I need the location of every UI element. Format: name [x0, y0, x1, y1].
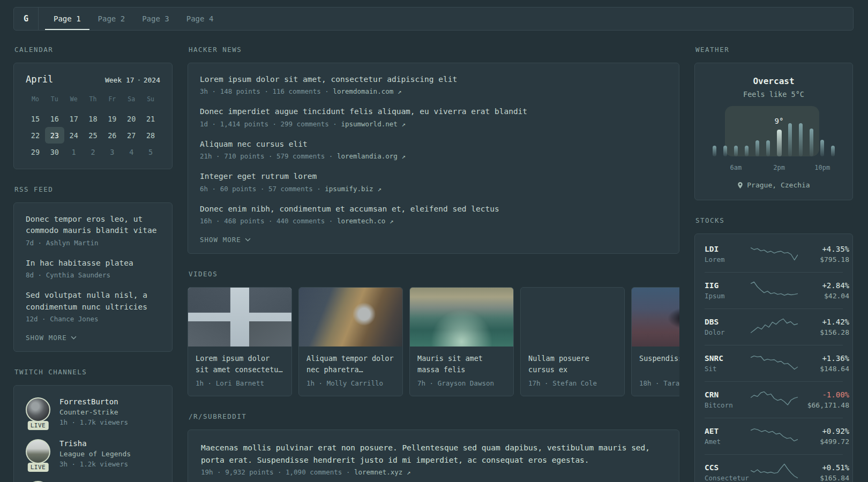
video-card[interactable]: Mauris sit amet massa felis 7h · Grayson… — [409, 287, 514, 396]
subreddit-post-list: Maecenas mollis pulvinar erat non posuer… — [201, 442, 666, 476]
reddit-post-meta: 19h · 9,932 points · 1,090 comments · lo… — [201, 468, 666, 476]
stock-name: Dolor — [705, 328, 751, 336]
video-thumbnail[interactable] — [410, 288, 513, 347]
temp-bar-slot: 9° — [774, 106, 784, 156]
stock-sparkline — [751, 462, 798, 482]
twitch-channel-row[interactable]: LIVE Trisha League of Legends 3h · 1.2k … — [26, 439, 160, 468]
temp-bar-slot — [763, 106, 774, 156]
videos-section: VIDEOS Lorem ipsum dolor sit amet consec… — [188, 270, 679, 396]
external-link-icon: ↗ — [390, 217, 394, 225]
stock-row[interactable]: SNRC Sit +1.36% $148.64 — [705, 345, 843, 381]
page-tab[interactable]: Page 4 — [178, 7, 222, 30]
hn-item-stats: 6h · 60 points · 57 comments · — [200, 185, 321, 193]
temp-bar — [745, 146, 749, 156]
hacker-news-widget: Lorem ipsum dolor sit amet, consectetur … — [188, 63, 679, 254]
hn-item-domain[interactable]: ipsumworld.net — [341, 120, 397, 128]
video-card-body: Lorem ipsum dolor sit amet consectetu… 1… — [188, 347, 291, 396]
video-thumbnail[interactable] — [521, 288, 624, 347]
temp-bar-slot — [817, 106, 828, 156]
channel-info: Trisha League of Legends 3h · 1.2k viewe… — [59, 439, 131, 468]
stock-id: LDI Lorem — [705, 245, 751, 263]
stock-price: $156.28 — [798, 328, 849, 336]
video-card[interactable]: Lorem ipsum dolor sit amet consectetu… 1… — [188, 287, 292, 396]
weather-condition: Overcast — [708, 76, 840, 86]
hn-item-title[interactable]: Donec enim nibh, condimentum et accumsan… — [200, 204, 667, 215]
avatar-wrap: LIVE — [26, 397, 50, 426]
stock-name: Consectetur — [705, 474, 751, 482]
reddit-post-stats: 19h · 9,932 points · 1,090 comments · — [201, 468, 350, 476]
subreddit-section: /R/SUBREDDIT Maecenas mollis pulvinar er… — [188, 412, 679, 482]
hn-item-title[interactable]: Lorem ipsum dolor sit amet, consectetur … — [200, 74, 667, 85]
video-title[interactable]: Suspendisse diam — [639, 353, 679, 375]
video-card[interactable]: Aliquam tempor dolor nec pharetra… 1h · … — [298, 287, 403, 396]
stock-row[interactable]: CRN Bitcorn -1.00% $66,171.48 — [705, 381, 843, 418]
twitch-channel-row[interactable]: LIVE ForrestBurton Counter-Strike 1h · 1… — [26, 397, 160, 426]
page-tab[interactable]: Page 3 — [133, 7, 178, 30]
weather-location-row[interactable]: Prague, Czechia — [708, 181, 840, 189]
stock-row[interactable]: CCS Consectetur +0.51% $165.84 — [705, 454, 843, 482]
video-title[interactable]: Mauris sit amet massa felis — [417, 353, 506, 375]
channel-name: Trisha — [59, 439, 131, 448]
stock-row[interactable]: DBS Dolor +1.42% $156.28 — [705, 308, 843, 345]
logo[interactable]: G — [14, 7, 39, 30]
twitch-section: TWITCH CHANNELS LIVE ForrestBurton — [13, 368, 173, 482]
rss-item-meta: 12d · Chance Jones — [26, 315, 160, 323]
stock-row[interactable]: AET Amet +0.92% $499.72 — [705, 418, 843, 454]
reddit-post-domain[interactable]: loremnet.xyz — [354, 468, 402, 476]
video-card-body: Suspendisse diam 18h · Tara — [632, 347, 679, 396]
hn-item-title[interactable]: Donec imperdiet augue tincidunt felis al… — [200, 106, 667, 117]
rss-item-meta: 7d · Ashlyn Martin — [26, 239, 160, 247]
hn-item: Integer eget rutrum lorem 6h · 60 points… — [200, 171, 667, 192]
hn-item-domain[interactable]: ipsumify.biz — [325, 185, 373, 193]
time-tick: 2pm — [773, 164, 785, 171]
weekday-label: Su — [141, 95, 160, 110]
weekday-label: Mo — [26, 95, 45, 110]
weekday-label: Tu — [45, 95, 64, 110]
video-card[interactable]: Suspendisse diam 18h · Tara — [631, 287, 679, 396]
video-title[interactable]: Nullam posuere cursus ex — [528, 353, 617, 375]
temp-bar — [734, 146, 738, 156]
stock-symbol: AET — [705, 427, 751, 435]
videos-section-title: VIDEOS — [189, 270, 679, 278]
temp-bar — [799, 123, 803, 156]
stock-id: AET Amet — [705, 427, 751, 446]
calendar-widget: April Week 17 2024 MoTuWeThFrSaSu 151617… — [13, 63, 173, 169]
stock-change: +0.92% — [798, 427, 849, 435]
stock-name: Ipsum — [705, 292, 751, 300]
video-carousel: Lorem ipsum dolor sit amet consectetu… 1… — [188, 287, 679, 396]
video-title[interactable]: Lorem ipsum dolor sit amet consectetu… — [196, 353, 284, 375]
stock-name: Bitcorn — [705, 401, 751, 409]
rss-item-title[interactable]: Sed volutpat nulla nisl, a condimentum n… — [26, 290, 160, 313]
video-thumbnail[interactable] — [188, 288, 291, 347]
hn-item-title[interactable]: Integer eget rutrum lorem — [200, 171, 667, 182]
video-thumbnail[interactable] — [632, 288, 679, 347]
hn-item-meta: 6h · 60 points · 57 comments · ipsumify.… — [200, 185, 667, 193]
chevron-down-icon — [71, 336, 77, 340]
channel-meta: 1h · 1.7k viewers — [59, 418, 128, 426]
hn-item-domain[interactable]: loremdomain.com — [333, 87, 393, 95]
hn-item-domain[interactable]: loremtech.co — [337, 217, 385, 225]
channel-game: Counter-Strike — [59, 408, 128, 416]
hn-item-domain[interactable]: loremlandia.org — [337, 152, 398, 160]
hn-item-title[interactable]: Aliquam nec cursus elit — [200, 139, 667, 150]
stock-id: SNRC Sit — [705, 354, 751, 373]
rss-item-title[interactable]: Donec tempor eros leo, ut commodo mauris… — [26, 214, 160, 237]
reddit-post-title[interactable]: Maecenas mollis pulvinar erat non posuer… — [201, 442, 666, 466]
page-tab[interactable]: Page 1 — [45, 7, 89, 30]
stock-row[interactable]: IIG Ipsum +2.84% $42.04 — [705, 272, 843, 308]
page-tab[interactable]: Page 2 — [89, 7, 134, 30]
calendar-day: 3 — [102, 144, 122, 160]
calendar-day: 17 — [64, 110, 84, 127]
channel-game: League of Legends — [59, 450, 131, 458]
video-card[interactable]: Nullam posuere cursus ex 17h · Stefan Co… — [520, 287, 625, 396]
weather-chart: 9° 6am2pm10pm — [708, 107, 840, 172]
stock-id: IIG Ipsum — [705, 281, 751, 300]
stock-row[interactable]: LDI Lorem +4.35% $795.18 — [705, 236, 843, 272]
video-thumbnail[interactable] — [299, 288, 402, 347]
hn-show-more-button[interactable]: SHOW MORE — [200, 236, 667, 244]
stock-values: +1.36% $148.64 — [798, 354, 849, 373]
rss-show-more-button[interactable]: SHOW MORE — [26, 334, 160, 342]
rss-item-title[interactable]: In hac habitasse platea — [26, 258, 160, 269]
stocks-section-title: STOCKS — [695, 216, 853, 224]
video-title[interactable]: Aliquam tempor dolor nec pharetra… — [306, 353, 395, 375]
